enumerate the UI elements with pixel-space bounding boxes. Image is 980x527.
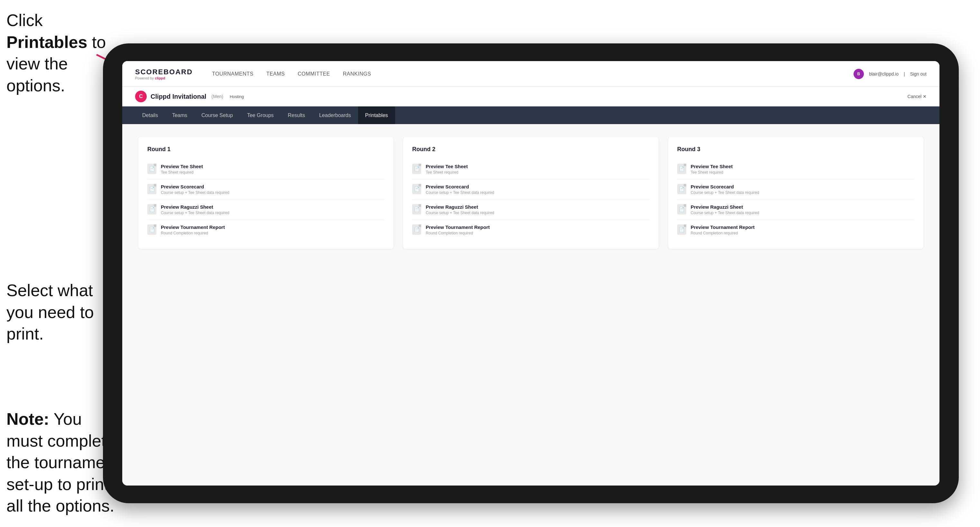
scoreboard-title: SCOREBOARD xyxy=(135,68,193,76)
round-3-heading: Round 3 xyxy=(677,146,914,153)
scorecard-title: Preview Scorecard xyxy=(161,184,385,189)
tournament-header: C Clippd Invitational (Men) Hosting Canc… xyxy=(122,87,939,106)
r3-raguzzi-icon: 📄 xyxy=(677,204,686,214)
round-2-heading: Round 2 xyxy=(412,146,649,153)
r2-report-text: Preview Tournament Report Round Completi… xyxy=(426,224,649,235)
sign-out-link[interactable]: Sign out xyxy=(910,71,927,76)
tournament-info: C Clippd Invitational (Men) Hosting xyxy=(135,90,244,102)
round3-tee-sheet[interactable]: 📄 Preview Tee Sheet Tee Sheet required xyxy=(677,159,914,179)
round2-raguzzi[interactable]: 📄 Preview Raguzzi Sheet Course setup + T… xyxy=(412,200,649,220)
report-subtitle: Round Completion required xyxy=(161,231,385,235)
tab-results[interactable]: Results xyxy=(281,106,312,124)
r3-scorecard-icon: 📄 xyxy=(677,184,686,194)
user-avatar: B xyxy=(854,69,864,79)
tee-sheet-icon: 📄 xyxy=(147,163,156,174)
scorecard-text: Preview Scorecard Course setup + Tee She… xyxy=(161,184,385,195)
report-icon: 📄 xyxy=(147,224,156,235)
tab-leaderboards[interactable]: Leaderboards xyxy=(312,106,358,124)
tab-printables[interactable]: Printables xyxy=(358,106,395,124)
hosting-badge: Hosting xyxy=(230,94,244,99)
top-nav-links: TOURNAMENTS TEAMS COMMITTEE RANKINGS xyxy=(212,71,371,77)
sub-nav: Details Teams Course Setup Tee Groups Re… xyxy=(122,106,939,124)
raguzzi-subtitle: Course setup + Tee Sheet data required xyxy=(161,211,385,215)
r3-scorecard-subtitle: Course setup + Tee Sheet data required xyxy=(691,190,914,195)
round2-scorecard[interactable]: 📄 Preview Scorecard Course setup + Tee S… xyxy=(412,179,649,200)
nav-tournaments[interactable]: TOURNAMENTS xyxy=(212,71,253,77)
r2-scorecard-title: Preview Scorecard xyxy=(426,184,649,189)
round2-tournament-report[interactable]: 📄 Preview Tournament Report Round Comple… xyxy=(412,220,649,240)
r3-tee-sheet-text: Preview Tee Sheet Tee Sheet required xyxy=(691,163,914,175)
r2-raguzzi-title: Preview Raguzzi Sheet xyxy=(426,204,649,210)
tee-sheet-title: Preview Tee Sheet xyxy=(161,163,385,169)
r2-report-icon: 📄 xyxy=(412,224,421,235)
tab-tee-groups[interactable]: Tee Groups xyxy=(240,106,281,124)
round3-raguzzi[interactable]: 📄 Preview Raguzzi Sheet Course setup + T… xyxy=(677,200,914,220)
instruction-middle: Select what you need to print. xyxy=(6,280,116,345)
r3-raguzzi-text: Preview Raguzzi Sheet Course setup + Tee… xyxy=(691,204,914,215)
scorecard-icon: 📄 xyxy=(147,184,156,194)
round1-tournament-report[interactable]: 📄 Preview Tournament Report Round Comple… xyxy=(147,220,385,240)
tee-sheet-text: Preview Tee Sheet Tee Sheet required xyxy=(161,163,385,175)
r2-scorecard-subtitle: Course setup + Tee Sheet data required xyxy=(426,190,649,195)
round1-raguzzi[interactable]: 📄 Preview Raguzzi Sheet Course setup + T… xyxy=(147,200,385,220)
clippd-icon: C xyxy=(135,90,147,102)
scoreboard-logo: SCOREBOARD Powered by clippd xyxy=(135,68,193,80)
top-nav: SCOREBOARD Powered by clippd TOURNAMENTS… xyxy=(122,61,939,87)
tournament-division: (Men) xyxy=(212,94,223,99)
r2-scorecard-icon: 📄 xyxy=(412,184,421,194)
round1-scorecard[interactable]: 📄 Preview Scorecard Course setup + Tee S… xyxy=(147,179,385,200)
report-title: Preview Tournament Report xyxy=(161,224,385,230)
r3-report-subtitle: Round Completion required xyxy=(691,231,914,235)
tee-sheet-subtitle: Tee Sheet required xyxy=(161,170,385,175)
r3-tee-sheet-title: Preview Tee Sheet xyxy=(691,163,914,169)
tournament-name: Clippd Invitational xyxy=(151,93,206,100)
round-2-column: Round 2 📄 Preview Tee Sheet Tee Sheet re… xyxy=(403,137,658,249)
round-1-column: Round 1 📄 Preview Tee Sheet Tee Sheet re… xyxy=(138,137,393,249)
r2-raguzzi-icon: 📄 xyxy=(412,204,421,214)
user-email: blair@clippd.io xyxy=(869,71,899,76)
r2-report-subtitle: Round Completion required xyxy=(426,231,649,235)
tablet-screen: SCOREBOARD Powered by clippd TOURNAMENTS… xyxy=(122,61,939,486)
r2-scorecard-text: Preview Scorecard Course setup + Tee She… xyxy=(426,184,649,195)
nav-rankings[interactable]: RANKINGS xyxy=(343,71,371,77)
rounds-grid: Round 1 📄 Preview Tee Sheet Tee Sheet re… xyxy=(138,137,923,249)
tablet-device: SCOREBOARD Powered by clippd TOURNAMENTS… xyxy=(103,43,959,503)
nav-right: B blair@clippd.io | Sign out xyxy=(854,69,927,79)
nav-committee[interactable]: COMMITTEE xyxy=(298,71,330,77)
r3-tee-sheet-icon: 📄 xyxy=(677,163,686,174)
note-bold: Note: xyxy=(6,410,49,428)
round3-tournament-report[interactable]: 📄 Preview Tournament Report Round Comple… xyxy=(677,220,914,240)
r2-raguzzi-subtitle: Course setup + Tee Sheet data required xyxy=(426,211,649,215)
printables-bold: Printables xyxy=(6,33,87,51)
round3-scorecard[interactable]: 📄 Preview Scorecard Course setup + Tee S… xyxy=(677,179,914,200)
tab-teams[interactable]: Teams xyxy=(165,106,194,124)
cancel-button[interactable]: Cancel ✕ xyxy=(908,94,927,99)
round-3-column: Round 3 📄 Preview Tee Sheet Tee Sheet re… xyxy=(668,137,923,249)
separator: | xyxy=(904,71,905,76)
nav-teams[interactable]: TEAMS xyxy=(266,71,285,77)
round-1-heading: Round 1 xyxy=(147,146,385,153)
brand-name: clippd xyxy=(155,76,165,80)
raguzzi-text: Preview Raguzzi Sheet Course setup + Tee… xyxy=(161,204,385,215)
tab-course-setup[interactable]: Course Setup xyxy=(194,106,240,124)
r2-tee-sheet-text: Preview Tee Sheet Tee Sheet required xyxy=(426,163,649,175)
r3-scorecard-title: Preview Scorecard xyxy=(691,184,914,189)
r2-tee-sheet-title: Preview Tee Sheet xyxy=(426,163,649,169)
instruction-top: Click Printables to view the options. xyxy=(6,10,106,97)
r2-report-title: Preview Tournament Report xyxy=(426,224,649,230)
r2-raguzzi-text: Preview Raguzzi Sheet Course setup + Tee… xyxy=(426,204,649,215)
r3-report-text: Preview Tournament Report Round Completi… xyxy=(691,224,914,235)
r3-report-icon: 📄 xyxy=(677,224,686,235)
r3-raguzzi-subtitle: Course setup + Tee Sheet data required xyxy=(691,211,914,215)
round1-tee-sheet[interactable]: 📄 Preview Tee Sheet Tee Sheet required xyxy=(147,159,385,179)
r3-tee-sheet-subtitle: Tee Sheet required xyxy=(691,170,914,175)
powered-by: Powered by clippd xyxy=(135,76,193,80)
r2-tee-sheet-icon: 📄 xyxy=(412,163,421,174)
raguzzi-title: Preview Raguzzi Sheet xyxy=(161,204,385,210)
r3-scorecard-text: Preview Scorecard Course setup + Tee She… xyxy=(691,184,914,195)
r3-raguzzi-title: Preview Raguzzi Sheet xyxy=(691,204,914,210)
nav-left: SCOREBOARD Powered by clippd TOURNAMENTS… xyxy=(135,68,371,80)
tab-details[interactable]: Details xyxy=(135,106,165,124)
main-content: Round 1 📄 Preview Tee Sheet Tee Sheet re… xyxy=(122,124,939,486)
round2-tee-sheet[interactable]: 📄 Preview Tee Sheet Tee Sheet required xyxy=(412,159,649,179)
